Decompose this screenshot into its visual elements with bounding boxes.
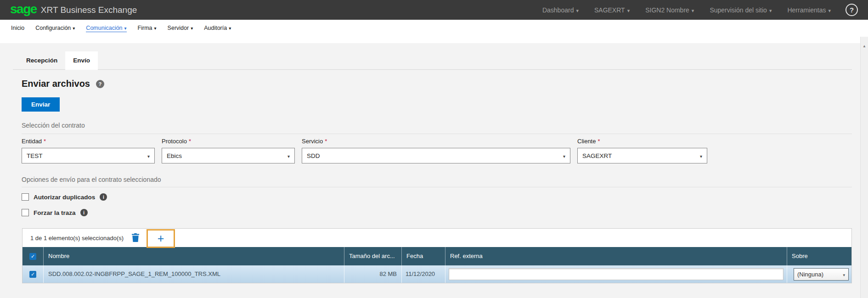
caret-down-icon — [625, 6, 630, 14]
caret-down-icon — [123, 25, 127, 31]
row-checkbox[interactable] — [29, 271, 36, 278]
protocolo-value: Ebics — [167, 152, 182, 159]
nav-item-configuracion[interactable]: Configuración — [35, 25, 75, 32]
header-cell-ref-externa[interactable]: Ref. externa — [445, 247, 787, 265]
nav-item-inicio[interactable]: Inicio — [11, 25, 24, 32]
topbar-menu-label: SIGN2 Nombre — [645, 6, 689, 14]
table-header-row: Nombre Tamaño del arc... Fecha Ref. exte… — [23, 247, 851, 265]
required-asterisk — [323, 138, 327, 145]
sage-logo: sage — [10, 3, 37, 17]
header-cell-fecha[interactable]: Fecha — [401, 247, 445, 265]
ref-externa-input[interactable] — [449, 268, 783, 280]
options-section-title: Opciones de envío para el contrato selec… — [22, 176, 161, 183]
help-button[interactable] — [845, 4, 858, 16]
row-cell-select — [23, 265, 43, 283]
servicio-label: Servicio — [302, 138, 570, 145]
nav-item-auditoria[interactable]: Auditoría — [204, 25, 231, 32]
top-app-bar: sage XRT Business Exchange Dashboard SAG… — [0, 0, 868, 20]
topbar-menu-supervision[interactable]: Supervisión del sitio — [710, 6, 772, 14]
delete-button[interactable] — [132, 233, 139, 243]
caret-down-icon — [574, 6, 579, 14]
field-label-text: Entidad — [22, 138, 42, 145]
add-button-highlight — [147, 229, 175, 248]
row-cell-fecha: 11/12/2020 — [401, 265, 445, 283]
autorizar-duplicados-row: Autorizar duplicados — [22, 193, 107, 201]
enviar-button[interactable]: Enviar — [22, 97, 60, 112]
protocolo-label: Protocolo — [162, 138, 295, 145]
topbar-menu-label: Herramientas — [787, 6, 826, 14]
contract-section-title: Selección del contrato — [22, 122, 85, 129]
caret-down-icon — [698, 152, 702, 160]
header-cell-sobre[interactable]: Sobre — [787, 247, 852, 265]
question-mark-icon — [850, 6, 854, 14]
protocolo-field: Protocolo Ebics — [162, 138, 295, 163]
topbar-menu-herramientas[interactable]: Herramientas — [787, 6, 831, 14]
tabbar: Recepción Envío — [18, 51, 98, 70]
tabbar-divider — [13, 69, 852, 70]
vertical-scrollbar[interactable] — [860, 37, 868, 298]
tab-recepcion[interactable]: Recepción — [18, 51, 65, 70]
nav-item-label: Firma — [138, 25, 152, 31]
nav-item-label: Inicio — [11, 25, 24, 31]
required-asterisk — [42, 138, 46, 145]
caret-down-icon — [71, 25, 75, 31]
info-icon[interactable] — [80, 209, 88, 216]
protocolo-select[interactable]: Ebics — [162, 148, 295, 163]
plus-icon — [158, 233, 164, 244]
topbar-menu-label: SAGEXRT — [594, 6, 625, 14]
field-label-text: Cliente — [577, 138, 596, 145]
main-nav: Inicio Configuración Comunicación Firma … — [0, 20, 868, 37]
page-title: Enviar archivos — [22, 79, 90, 89]
required-asterisk — [596, 138, 600, 145]
nav-item-servidor[interactable]: Servidor — [168, 25, 193, 32]
nav-item-comunicacion[interactable]: Comunicación — [86, 25, 126, 32]
section-divider — [22, 187, 852, 187]
info-icon[interactable] — [100, 193, 107, 201]
entidad-value: TEST — [27, 152, 43, 159]
cliente-field: Cliente SAGEXRT — [577, 138, 707, 163]
header-cell-tamano[interactable]: Tamaño del arc... — [344, 247, 401, 265]
table-row[interactable]: SDD.008.002.02-INGBFRPP_SAGE_1_REM_10000… — [23, 265, 851, 283]
scroll-up-arrow-icon[interactable] — [862, 41, 866, 298]
caret-down-icon — [145, 152, 150, 160]
topbar-menu-user[interactable]: SIGN2 Nombre — [645, 6, 694, 14]
select-all-checkbox[interactable] — [29, 253, 36, 260]
caret-down-icon — [189, 25, 193, 31]
nav-item-label: Auditoría — [204, 25, 227, 31]
topbar-menu-dashboard[interactable]: Dashboard — [542, 6, 579, 14]
caret-down-icon — [561, 152, 565, 160]
topbar-menu-sagexrt[interactable]: SAGEXRT — [594, 6, 630, 14]
servicio-select[interactable]: SDD — [302, 148, 570, 163]
entidad-label: Entidad — [22, 138, 155, 145]
entidad-field: Entidad TEST — [22, 138, 155, 163]
sobre-select[interactable]: (Ninguna) — [794, 268, 849, 281]
servicio-field: Servicio SDD — [302, 138, 570, 163]
cliente-label: Cliente — [577, 138, 707, 145]
caret-down-icon — [227, 25, 231, 31]
section-divider — [22, 134, 852, 134]
header-cell-nombre[interactable]: Nombre — [43, 247, 344, 265]
row-cell-ref-externa — [445, 265, 787, 283]
caret-down-icon — [689, 6, 694, 14]
checkbox-label: Forzar la traza — [34, 209, 76, 216]
cliente-select[interactable]: SAGEXRT — [577, 148, 707, 163]
selection-summary: 1 de 1 elemento(s) seleccionado(s) — [30, 235, 124, 242]
app-title: XRT Business Exchange — [41, 5, 137, 15]
row-cell-tamano: 82 MB — [344, 265, 401, 283]
cliente-value: SAGEXRT — [582, 152, 612, 159]
nav-item-firma[interactable]: Firma — [138, 25, 157, 32]
add-file-button[interactable] — [148, 231, 174, 247]
forzar-la-traza-checkbox[interactable] — [22, 209, 29, 216]
caret-down-icon — [285, 152, 290, 160]
forzar-la-traza-row: Forzar la traza — [22, 209, 88, 216]
caret-down-icon — [843, 271, 845, 277]
trash-icon — [132, 233, 139, 242]
caret-down-icon — [152, 25, 157, 31]
checkbox-label: Autorizar duplicados — [34, 194, 95, 201]
entidad-select[interactable]: TEST — [22, 148, 155, 163]
page-help-icon[interactable] — [96, 80, 104, 88]
autorizar-duplicados-checkbox[interactable] — [22, 193, 29, 201]
tab-envio[interactable]: Envío — [65, 51, 98, 70]
page-title-row: Enviar archivos — [22, 79, 104, 89]
servicio-value: SDD — [307, 152, 320, 159]
